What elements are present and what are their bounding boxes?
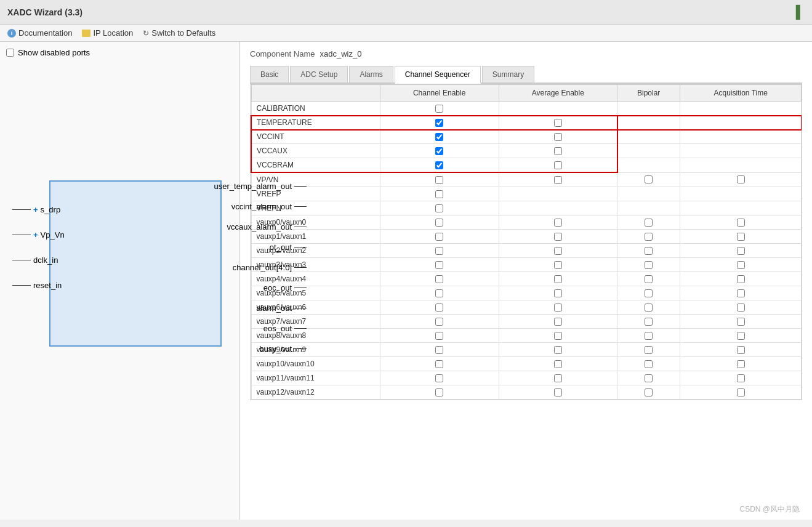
checkbox-acq-time[interactable] (737, 346, 745, 354)
cell-channel-enable (380, 230, 499, 244)
checkbox-acq-time[interactable] (737, 247, 745, 255)
checkbox-bipolar[interactable] (645, 275, 653, 283)
checkbox-avg-enable[interactable] (554, 304, 562, 312)
checkbox-acq-time[interactable] (737, 304, 745, 312)
left-ports-container: + s_drp + Vp_Vn dclk_in reset_in (12, 205, 65, 290)
checkbox-avg-enable[interactable] (554, 318, 562, 326)
checkbox-acq-time[interactable] (737, 219, 745, 227)
checkbox-acq-time[interactable] (737, 318, 745, 326)
component-name-label: Component Name (250, 49, 315, 58)
cell-avg-enable (499, 244, 617, 258)
cell-avg-enable (499, 116, 617, 130)
show-disabled-checkbox[interactable] (6, 49, 14, 57)
checkbox-acq-time[interactable] (737, 388, 745, 396)
checkbox-bipolar[interactable] (645, 175, 653, 183)
checkbox-channel-enable[interactable] (435, 374, 443, 382)
checkbox-avg-enable[interactable] (554, 176, 562, 184)
checkbox-channel-enable[interactable] (435, 233, 443, 241)
checkbox-avg-enable[interactable] (554, 233, 562, 241)
row-name: vauxp10/vauxn10 (251, 357, 380, 371)
checkbox-bipolar[interactable] (645, 247, 653, 255)
checkbox-acq-time[interactable] (737, 289, 745, 297)
checkbox-channel-enable[interactable] (435, 304, 443, 312)
switch-defaults-button[interactable]: ↻ Switch to Defaults (143, 28, 215, 38)
checkbox-avg-enable[interactable] (554, 346, 562, 354)
expand-icon[interactable]: + (33, 230, 38, 239)
checkbox-avg-enable[interactable] (554, 388, 562, 396)
checkbox-avg-enable[interactable] (554, 289, 562, 297)
port-line (12, 260, 31, 260)
cell-avg-enable (499, 385, 617, 400)
tab-channel-sequencer[interactable]: Channel Sequencer (395, 66, 481, 84)
tab-basic[interactable]: Basic (250, 66, 289, 82)
checkbox-avg-enable[interactable] (554, 133, 562, 141)
checkbox-bipolar[interactable] (645, 388, 653, 396)
checkbox-bipolar[interactable] (645, 289, 653, 297)
checkbox-bipolar[interactable] (645, 304, 653, 312)
col-header-channel-enable: Channel Enable (380, 85, 499, 102)
checkbox-bipolar[interactable] (645, 233, 653, 241)
cell-avg-enable (499, 286, 617, 300)
checkbox-channel-enable[interactable] (435, 318, 443, 326)
checkbox-avg-enable[interactable] (554, 360, 562, 368)
cell-acq-time (680, 230, 802, 244)
checkbox-bipolar[interactable] (645, 219, 653, 227)
checkbox-channel-enable[interactable] (435, 346, 443, 354)
checkbox-channel-enable[interactable] (435, 289, 443, 297)
cell-bipolar (617, 258, 680, 272)
checkbox-avg-enable[interactable] (554, 247, 562, 255)
checkbox-channel-enable[interactable] (435, 133, 443, 141)
checkbox-acq-time[interactable] (737, 374, 745, 382)
cell-channel-enable (380, 300, 499, 315)
checkbox-channel-enable[interactable] (435, 332, 443, 340)
checkbox-acq-time[interactable] (737, 175, 745, 183)
checkbox-acq-time[interactable] (737, 261, 745, 269)
checkbox-bipolar[interactable] (645, 374, 653, 382)
ip-location-button[interactable]: IP Location (82, 28, 133, 38)
checkbox-avg-enable[interactable] (554, 219, 562, 227)
port-user-temp: user_temp_alarm_out (214, 182, 307, 191)
checkbox-avg-enable[interactable] (554, 161, 562, 169)
checkbox-channel-enable[interactable] (435, 219, 443, 227)
checkbox-acq-time[interactable] (737, 233, 745, 241)
checkbox-channel-enable[interactable] (435, 275, 443, 283)
checkbox-avg-enable[interactable] (554, 147, 562, 155)
cell-acq-time (680, 201, 802, 215)
checkbox-bipolar[interactable] (645, 360, 653, 368)
checkbox-avg-enable[interactable] (554, 332, 562, 340)
checkbox-bipolar[interactable] (645, 346, 653, 354)
cell-channel-enable (380, 158, 499, 173)
checkbox-channel-enable[interactable] (435, 388, 443, 396)
table-row: vauxp1/vauxn1 (251, 230, 802, 244)
checkbox-avg-enable[interactable] (554, 261, 562, 269)
checkbox-bipolar[interactable] (645, 261, 653, 269)
port-eoc-out-label: eoc_out (263, 283, 292, 292)
checkbox-channel-enable[interactable] (435, 147, 443, 155)
cell-bipolar (617, 300, 680, 315)
checkbox-bipolar[interactable] (645, 332, 653, 340)
checkbox-channel-enable[interactable] (435, 105, 443, 113)
checkbox-avg-enable[interactable] (554, 119, 562, 127)
checkbox-channel-enable[interactable] (435, 161, 443, 169)
documentation-button[interactable]: i Documentation (7, 28, 72, 38)
tab-adc-setup[interactable]: ADC Setup (290, 66, 348, 82)
checkbox-channel-enable[interactable] (435, 176, 443, 184)
checkbox-channel-enable[interactable] (435, 204, 443, 212)
table-row: vauxp3/vauxn3 (251, 258, 802, 272)
expand-icon[interactable]: + (33, 205, 38, 214)
checkbox-channel-enable[interactable] (435, 190, 443, 198)
checkbox-channel-enable[interactable] (435, 119, 443, 127)
checkbox-acq-time[interactable] (737, 332, 745, 340)
tab-summary[interactable]: Summary (482, 66, 534, 82)
checkbox-bipolar[interactable] (645, 318, 653, 326)
tab-alarms[interactable]: Alarms (349, 66, 393, 82)
checkbox-channel-enable[interactable] (435, 261, 443, 269)
checkbox-channel-enable[interactable] (435, 247, 443, 255)
checkbox-acq-time[interactable] (737, 275, 745, 283)
checkbox-avg-enable[interactable] (554, 374, 562, 382)
checkbox-avg-enable[interactable] (554, 275, 562, 283)
cell-channel-enable (380, 371, 499, 385)
checkbox-channel-enable[interactable] (435, 360, 443, 368)
cell-acq-time (680, 286, 802, 300)
checkbox-acq-time[interactable] (737, 360, 745, 368)
